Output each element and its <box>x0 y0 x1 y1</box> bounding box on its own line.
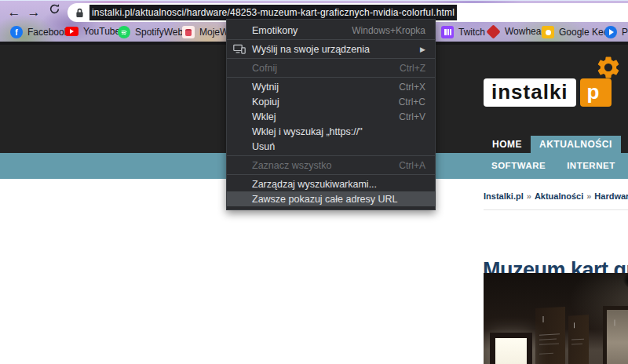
facebook-icon: f <box>10 26 23 38</box>
logo-tld-box: p <box>580 78 612 107</box>
bookmark-p[interactable]: P <box>604 26 628 38</box>
bookmark-label: YouTube <box>83 26 120 37</box>
twitch-icon <box>441 26 454 38</box>
bookmark-google-keep[interactable]: Google Keep <box>542 26 614 38</box>
menu-item-label: Wklej <box>252 111 276 122</box>
nav-item-home[interactable]: HOME <box>484 136 531 153</box>
menu-item-wklej[interactable]: Wklej Ctrl+V <box>227 109 435 124</box>
divider <box>484 209 628 210</box>
menu-shortcut: Ctrl+V <box>399 111 425 122</box>
logo-text: instalki <box>484 78 576 107</box>
nav-item-aktualnosci[interactable]: AKTUALNOŚCI <box>531 136 621 153</box>
menu-item-label: Wyślij na swoje urządzenia <box>252 44 370 55</box>
menu-shortcut: Ctrl+X <box>399 82 425 93</box>
context-menu: Emotikony Windows+Kropka Wyślij na swoje… <box>226 19 436 210</box>
breadcrumb-separator: » <box>586 191 591 201</box>
bookmark-wowhead[interactable]: Wowhead <box>487 26 546 37</box>
screenshot-root: ← → instalki.pl/aktualnosci/hardware/482… <box>0 0 628 364</box>
bookmark-label: SpotifyWeb <box>135 27 183 38</box>
menu-item-label: Zaznacz wszystko <box>252 160 331 171</box>
breadcrumb-aktualnosci[interactable]: Aktualności <box>535 191 583 201</box>
youtube-icon <box>65 27 78 36</box>
mojewypi-icon <box>182 26 195 38</box>
bookmark-label: Facebook <box>27 27 69 38</box>
menu-shortcut: Ctrl+A <box>399 160 425 171</box>
google-keep-icon <box>542 26 554 38</box>
menu-item-wytnij[interactable]: Wytnij Ctrl+X <box>227 79 435 94</box>
menu-shortcut: Ctrl+C <box>399 96 425 107</box>
museum-panel <box>568 315 589 364</box>
menu-item-usun[interactable]: Usuń <box>227 139 435 154</box>
url-text-selected[interactable]: instalki.pl/aktualnosci/hardware/48253-m… <box>89 5 457 20</box>
menu-separator <box>227 174 435 175</box>
breadcrumb-hardware[interactable]: Hardware <box>594 191 628 201</box>
menu-item-zarzadzaj-wyszukiwarkami[interactable]: Zarządzaj wyszukiwarkami... <box>227 177 435 191</box>
menu-shortcut: Windows+Kropka <box>352 25 425 36</box>
article-image <box>484 273 628 364</box>
back-button[interactable]: ← <box>5 3 24 22</box>
breadcrumb-separator: » <box>527 191 531 201</box>
menu-item-wklej-i-wyszukaj[interactable]: Wklej i wyszukaj „https://" <box>227 124 435 139</box>
secondary-nav: SOFTWARE INTERNET BEZPIECZEŃ <box>491 153 628 179</box>
menu-item-label: Zarządzaj wyszukiwarkami... <box>252 179 377 190</box>
bookmark-facebook[interactable]: f Facebook <box>10 26 69 38</box>
bookmark-youtube[interactable]: YouTube <box>65 26 120 37</box>
reload-button[interactable] <box>45 3 64 22</box>
bookmark-label: Twitch <box>458 27 485 38</box>
menu-item-label: Emotikony <box>252 25 298 36</box>
menu-item-emotikony[interactable]: Emotikony Windows+Kropka <box>227 23 435 38</box>
menu-item-label: Cofnij <box>252 63 277 74</box>
museum-display <box>603 306 628 364</box>
menu-separator <box>227 39 435 40</box>
menu-item-label: Wytnij <box>252 82 279 93</box>
menu-item-send-to-devices[interactable]: Wyślij na swoje urządzenia ▶ <box>227 42 435 56</box>
bookmark-label: Wowhead <box>505 26 546 37</box>
menu-item-cofnij: Cofnij Ctrl+Z <box>227 60 435 75</box>
bookmark-spotifyweb[interactable]: SpotifyWeb <box>118 26 183 38</box>
menu-item-zaznacz-wszystko: Zaznacz wszystko Ctrl+A <box>227 158 435 173</box>
lock-icon <box>75 8 84 18</box>
breadcrumb-home[interactable]: Instalki.pl <box>484 191 524 201</box>
museum-panel <box>535 307 565 364</box>
bookmark-twitch[interactable]: Twitch <box>441 26 485 38</box>
nav-item-programy[interactable]: PROGRAM <box>621 136 628 153</box>
breadcrumb: Instalki.pl»Aktualności»Hardware»Muzeum <box>484 191 628 201</box>
forward-button[interactable]: → <box>24 3 43 22</box>
reload-icon <box>49 3 60 15</box>
nav-item-internet[interactable]: INTERNET <box>567 153 615 179</box>
museum-display-case <box>490 333 532 364</box>
bookmark-label: P <box>622 27 628 38</box>
devices-icon <box>233 44 246 56</box>
spotify-icon <box>118 26 130 38</box>
primary-nav: HOME AKTUALNOŚCI PROGRAM <box>484 136 628 153</box>
nav-item-software[interactable]: SOFTWARE <box>491 153 546 179</box>
submenu-caret-icon: ▶ <box>420 46 425 53</box>
gear-icon <box>595 54 622 81</box>
menu-item-label: Kopiuj <box>252 96 279 107</box>
wowhead-icon <box>486 24 500 38</box>
menu-item-zawsze-pokazuj-cale-adresy-url[interactable]: Zawsze pokazuj całe adresy URL <box>227 191 435 206</box>
menu-item-label: Usuń <box>252 141 275 152</box>
menu-separator <box>227 77 435 78</box>
menu-separator <box>227 58 435 59</box>
menu-item-label: Wklej i wyszukaj „https://" <box>252 126 363 137</box>
menu-separator <box>227 155 435 156</box>
menu-shortcut: Ctrl+Z <box>400 63 425 74</box>
play-icon <box>604 26 617 38</box>
site-logo[interactable]: instalki p <box>484 78 612 107</box>
menu-item-label: Zawsze pokazuj całe adresy URL <box>252 194 398 205</box>
menu-item-kopiuj[interactable]: Kopiuj Ctrl+C <box>227 94 435 109</box>
